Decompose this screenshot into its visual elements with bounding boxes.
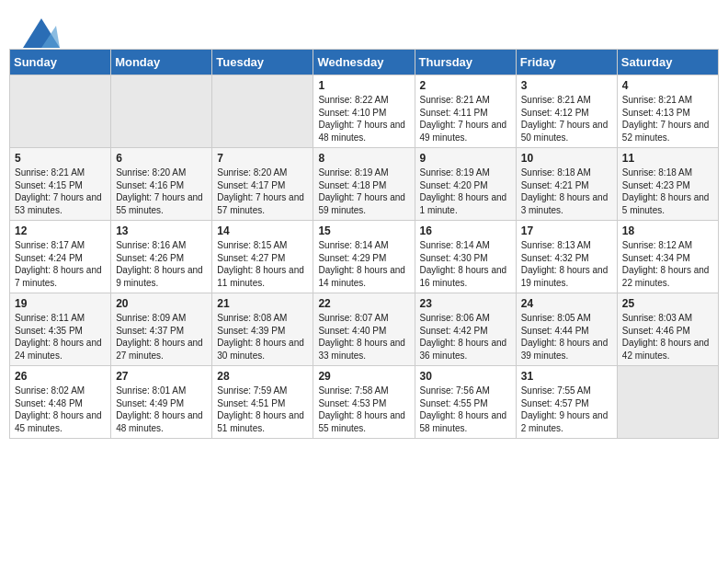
day-number: 12 [15,224,106,237]
header-monday: Monday [111,50,212,75]
calendar-header: Sunday Monday Tuesday Wednesday Thursday… [10,50,719,75]
calendar-cell: 28Sunrise: 7:59 AM Sunset: 4:51 PM Dayli… [212,366,313,439]
day-number: 27 [116,370,207,383]
day-number: 13 [116,224,207,237]
day-info: Sunrise: 8:21 AM Sunset: 4:12 PM Dayligh… [521,94,612,144]
day-info: Sunrise: 8:18 AM Sunset: 4:23 PM Dayligh… [622,167,713,216]
day-info: Sunrise: 8:22 AM Sunset: 4:10 PM Dayligh… [318,94,409,144]
header-sunday: Sunday [10,50,111,75]
day-number: 16 [420,224,511,237]
day-number: 29 [318,370,409,383]
calendar-cell: 22Sunrise: 8:07 AM Sunset: 4:40 PM Dayli… [313,293,415,366]
day-number: 14 [217,224,308,237]
calendar-week-row: 19Sunrise: 8:11 AM Sunset: 4:35 PM Dayli… [10,293,719,366]
day-number: 24 [521,297,612,310]
day-number: 18 [622,224,713,237]
day-number: 4 [622,79,713,92]
day-info: Sunrise: 8:08 AM Sunset: 4:39 PM Dayligh… [217,312,308,362]
day-number: 30 [420,370,511,383]
day-number: 7 [217,152,308,165]
calendar-cell: 9Sunrise: 8:19 AM Sunset: 4:20 PM Daylig… [415,148,516,221]
calendar-cell: 5Sunrise: 8:21 AM Sunset: 4:15 PM Daylig… [10,148,111,221]
page-header [9,9,719,49]
day-info: Sunrise: 8:09 AM Sunset: 4:37 PM Dayligh… [116,312,207,362]
calendar-cell: 12Sunrise: 8:17 AM Sunset: 4:24 PM Dayli… [10,221,111,293]
calendar-cell [212,75,313,148]
calendar-cell: 30Sunrise: 7:56 AM Sunset: 4:55 PM Dayli… [415,366,516,439]
day-info: Sunrise: 8:20 AM Sunset: 4:16 PM Dayligh… [116,167,207,216]
calendar-cell: 2Sunrise: 8:21 AM Sunset: 4:11 PM Daylig… [415,75,516,148]
calendar-cell: 26Sunrise: 8:02 AM Sunset: 4:48 PM Dayli… [10,366,111,439]
calendar-cell: 18Sunrise: 8:12 AM Sunset: 4:34 PM Dayli… [617,221,718,293]
calendar-cell: 6Sunrise: 8:20 AM Sunset: 4:16 PM Daylig… [111,148,212,221]
day-info: Sunrise: 8:19 AM Sunset: 4:18 PM Dayligh… [318,167,409,216]
day-number: 31 [521,370,612,383]
day-number: 20 [116,297,207,310]
calendar-cell [617,366,718,439]
day-number: 22 [318,297,409,310]
day-info: Sunrise: 7:58 AM Sunset: 4:53 PM Dayligh… [318,385,409,434]
calendar-cell: 14Sunrise: 8:15 AM Sunset: 4:27 PM Dayli… [212,221,313,293]
day-info: Sunrise: 8:19 AM Sunset: 4:20 PM Dayligh… [420,167,511,216]
calendar-cell: 3Sunrise: 8:21 AM Sunset: 4:12 PM Daylig… [516,75,617,148]
calendar-week-row: 26Sunrise: 8:02 AM Sunset: 4:48 PM Dayli… [10,366,719,439]
calendar-week-row: 12Sunrise: 8:17 AM Sunset: 4:24 PM Dayli… [10,221,719,293]
day-info: Sunrise: 8:21 AM Sunset: 4:11 PM Dayligh… [420,94,511,144]
calendar-table: Sunday Monday Tuesday Wednesday Thursday… [9,49,719,439]
day-number: 10 [521,152,612,165]
day-number: 23 [420,297,511,310]
logo [23,18,60,44]
day-info: Sunrise: 8:21 AM Sunset: 4:13 PM Dayligh… [622,94,713,144]
day-info: Sunrise: 8:15 AM Sunset: 4:27 PM Dayligh… [217,239,308,289]
day-info: Sunrise: 8:03 AM Sunset: 4:46 PM Dayligh… [622,312,713,362]
calendar-cell: 20Sunrise: 8:09 AM Sunset: 4:37 PM Dayli… [111,293,212,366]
calendar-cell: 10Sunrise: 8:18 AM Sunset: 4:21 PM Dayli… [516,148,617,221]
day-info: Sunrise: 7:56 AM Sunset: 4:55 PM Dayligh… [420,385,511,434]
calendar-cell: 19Sunrise: 8:11 AM Sunset: 4:35 PM Dayli… [10,293,111,366]
header-saturday: Saturday [617,50,718,75]
day-info: Sunrise: 8:14 AM Sunset: 4:29 PM Dayligh… [318,239,409,289]
calendar-cell: 11Sunrise: 8:18 AM Sunset: 4:23 PM Dayli… [617,148,718,221]
day-info: Sunrise: 8:13 AM Sunset: 4:32 PM Dayligh… [521,239,612,289]
day-number: 11 [622,152,713,165]
calendar-cell: 8Sunrise: 8:19 AM Sunset: 4:18 PM Daylig… [313,148,415,221]
calendar-cell: 27Sunrise: 8:01 AM Sunset: 4:49 PM Dayli… [111,366,212,439]
day-number: 6 [116,152,207,165]
calendar-cell: 24Sunrise: 8:05 AM Sunset: 4:44 PM Dayli… [516,293,617,366]
day-info: Sunrise: 7:55 AM Sunset: 4:57 PM Dayligh… [521,385,612,434]
header-thursday: Thursday [415,50,516,75]
calendar-week-row: 5Sunrise: 8:21 AM Sunset: 4:15 PM Daylig… [10,148,719,221]
calendar-cell: 17Sunrise: 8:13 AM Sunset: 4:32 PM Dayli… [516,221,617,293]
calendar-cell: 1Sunrise: 8:22 AM Sunset: 4:10 PM Daylig… [313,75,415,148]
day-info: Sunrise: 8:01 AM Sunset: 4:49 PM Dayligh… [116,385,207,434]
day-info: Sunrise: 8:06 AM Sunset: 4:42 PM Dayligh… [420,312,511,362]
calendar-cell: 21Sunrise: 8:08 AM Sunset: 4:39 PM Dayli… [212,293,313,366]
calendar-cell: 31Sunrise: 7:55 AM Sunset: 4:57 PM Dayli… [516,366,617,439]
day-info: Sunrise: 8:16 AM Sunset: 4:26 PM Dayligh… [116,239,207,289]
day-number: 3 [521,79,612,92]
day-info: Sunrise: 8:12 AM Sunset: 4:34 PM Dayligh… [622,239,713,289]
header-wednesday: Wednesday [313,50,415,75]
day-number: 26 [15,370,106,383]
day-number: 1 [318,79,409,92]
day-number: 5 [15,152,106,165]
day-number: 19 [15,297,106,310]
calendar-cell: 7Sunrise: 8:20 AM Sunset: 4:17 PM Daylig… [212,148,313,221]
calendar-cell [111,75,212,148]
calendar-body: 1Sunrise: 8:22 AM Sunset: 4:10 PM Daylig… [10,75,719,439]
calendar-cell: 23Sunrise: 8:06 AM Sunset: 4:42 PM Dayli… [415,293,516,366]
day-info: Sunrise: 7:59 AM Sunset: 4:51 PM Dayligh… [217,385,308,434]
day-number: 21 [217,297,308,310]
day-number: 17 [521,224,612,237]
calendar-cell: 15Sunrise: 8:14 AM Sunset: 4:29 PM Dayli… [313,221,415,293]
calendar-week-row: 1Sunrise: 8:22 AM Sunset: 4:10 PM Daylig… [10,75,719,148]
day-info: Sunrise: 8:21 AM Sunset: 4:15 PM Dayligh… [15,167,106,216]
day-number: 28 [217,370,308,383]
calendar-cell: 16Sunrise: 8:14 AM Sunset: 4:30 PM Dayli… [415,221,516,293]
calendar-cell: 13Sunrise: 8:16 AM Sunset: 4:26 PM Dayli… [111,221,212,293]
day-info: Sunrise: 8:11 AM Sunset: 4:35 PM Dayligh… [15,312,106,362]
day-info: Sunrise: 8:17 AM Sunset: 4:24 PM Dayligh… [15,239,106,289]
day-info: Sunrise: 8:14 AM Sunset: 4:30 PM Dayligh… [420,239,511,289]
calendar-cell: 29Sunrise: 7:58 AM Sunset: 4:53 PM Dayli… [313,366,415,439]
day-info: Sunrise: 8:07 AM Sunset: 4:40 PM Dayligh… [318,312,409,362]
